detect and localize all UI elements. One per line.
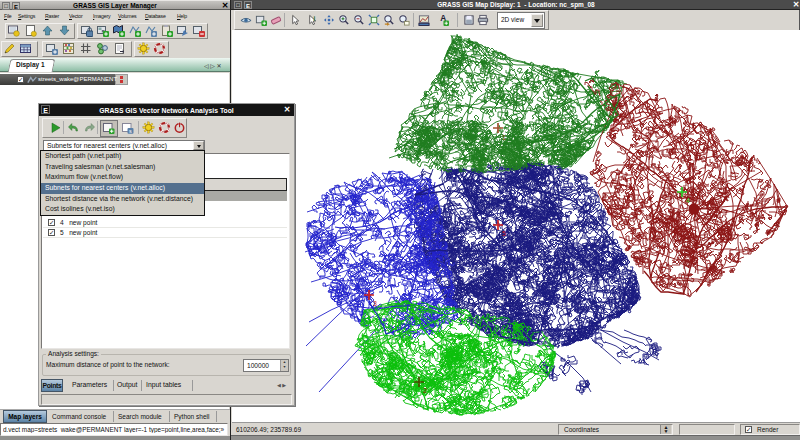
svg-text:2: 2: [423, 387, 427, 394]
svg-text:1: 1: [502, 134, 506, 141]
svg-text:5: 5: [502, 230, 506, 237]
svg-text:3: 3: [373, 300, 377, 307]
svg-text:4: 4: [686, 197, 690, 204]
svg-text:s: s: [129, 128, 132, 134]
svg-text:i: i: [313, 15, 315, 22]
